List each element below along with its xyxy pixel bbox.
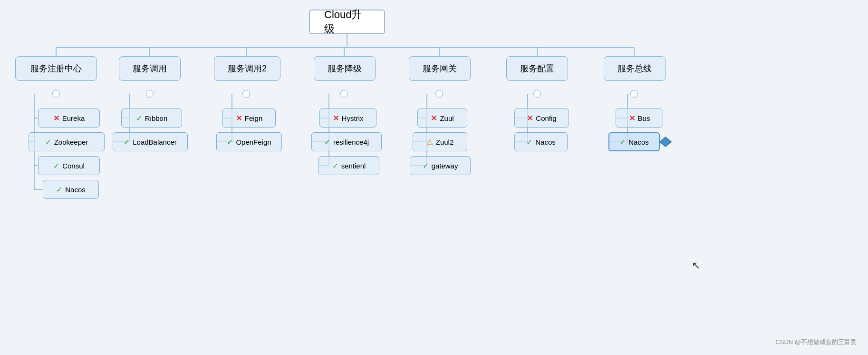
category-label-2: 服务调用2 [228,63,267,74]
category-label-1: 服务调用 [133,63,167,74]
check-icon: ✓ [332,161,338,170]
item-gateway[interactable]: ✓ gateway [410,156,471,175]
collapse-btn-3[interactable]: − [340,90,348,98]
item-label: Bus [638,114,650,122]
item-bus[interactable]: ✕ Bus [616,108,663,128]
item-label: resilience4j [333,138,369,146]
item-label: Zuul [440,114,453,122]
collapse-btn-4[interactable]: − [435,90,443,98]
category-node-0[interactable]: 服务注册中心 [15,56,97,81]
cursor-icon: ↖ [692,259,700,272]
item-zookeeper[interactable]: ✓ Zookeeper [29,132,105,151]
x-icon: ✕ [333,114,339,123]
check-icon: ✓ [526,138,532,147]
connectors-svg [0,0,868,355]
x-icon: ✕ [236,114,242,123]
item-label: Zuul2 [436,138,454,146]
item-label: Nacos [628,138,649,146]
check-icon: ✓ [324,138,330,147]
check-icon: ✓ [619,138,626,147]
category-label-6: 服务总线 [617,63,652,74]
item-label: Ribbon [145,114,168,122]
category-node-3[interactable]: 服务降级 [314,56,376,81]
item-loadbalancer[interactable]: ✓ LoadBalancer [113,132,188,151]
item-label: Nacos [65,186,86,194]
check-icon: ✓ [53,161,59,170]
x-icon: ✕ [431,114,437,123]
category-label-4: 服务网关 [423,63,457,74]
warn-icon: ⚠ [426,138,433,147]
item-hystrix[interactable]: ✕ Hystrix [319,108,376,128]
collapse-btn-6[interactable]: − [630,90,638,98]
check-icon: ✓ [423,161,429,170]
item-label: Nacos [535,138,556,146]
category-label-5: 服务配置 [520,63,554,74]
check-icon: ✓ [56,185,62,194]
check-icon: ✓ [227,138,233,147]
category-node-5[interactable]: 服务配置 [506,56,568,81]
check-icon: ✓ [45,138,51,147]
check-icon: ✓ [136,114,142,123]
item-ribbon[interactable]: ✓ Ribbon [121,108,182,128]
root-node: Cloud升级 [309,10,385,34]
item-zuul2[interactable]: ⚠ Zuul2 [413,132,467,151]
svg-marker-34 [660,137,671,147]
collapse-btn-1[interactable]: − [146,90,154,98]
check-icon: ✓ [124,138,130,147]
item-label: Feign [245,114,263,122]
category-node-4[interactable]: 服务网关 [409,56,471,81]
item-label: OpenFeign [236,138,271,146]
item-label: Zookeeper [54,138,88,146]
category-node-2[interactable]: 服务调用2 [214,56,280,81]
item-nacos-cat0[interactable]: ✓ Nacos [43,180,99,199]
item-label: Config [536,114,556,122]
x-icon: ✕ [629,114,635,123]
item-config[interactable]: ✕ Config [514,108,569,128]
item-consul[interactable]: ✓ Consul [38,156,100,175]
collapse-btn-2[interactable]: − [242,90,250,98]
x-icon: ✕ [53,114,59,123]
item-label: LoadBalancer [133,138,177,146]
category-label-0: 服务注册中心 [30,63,82,74]
collapse-btn-5[interactable]: − [533,90,541,98]
item-openfeign[interactable]: ✓ OpenFeign [216,132,282,151]
collapse-btn-0[interactable]: − [52,90,60,98]
item-resilience4j[interactable]: ✓ resilience4j [311,132,382,151]
item-label: Eureka [62,114,85,122]
x-icon: ✕ [527,114,533,123]
category-node-1[interactable]: 服务调用 [119,56,181,81]
category-label-3: 服务降级 [328,63,362,74]
diagram-container: Cloud升级 服务注册中心 服务调用 服务调用2 服务降级 服务网关 服务配置… [0,0,868,355]
category-node-6[interactable]: 服务总线 [604,56,665,81]
watermark: CSDN @不想做咸鱼的王富贵 [775,338,857,346]
item-label: sentienl [341,162,366,170]
item-label: Consul [62,162,85,170]
item-nacos-cat6[interactable]: ✓ Nacos [608,132,660,151]
item-eureka[interactable]: ✕ Eureka [38,108,100,128]
item-label: gateway [432,162,458,170]
item-sentienl[interactable]: ✓ sentienl [318,156,379,175]
item-zuul[interactable]: ✕ Zuul [417,108,467,128]
item-feign[interactable]: ✕ Feign [222,108,276,128]
item-nacos-cat5[interactable]: ✓ Nacos [514,132,568,151]
item-label: Hystrix [342,114,364,122]
